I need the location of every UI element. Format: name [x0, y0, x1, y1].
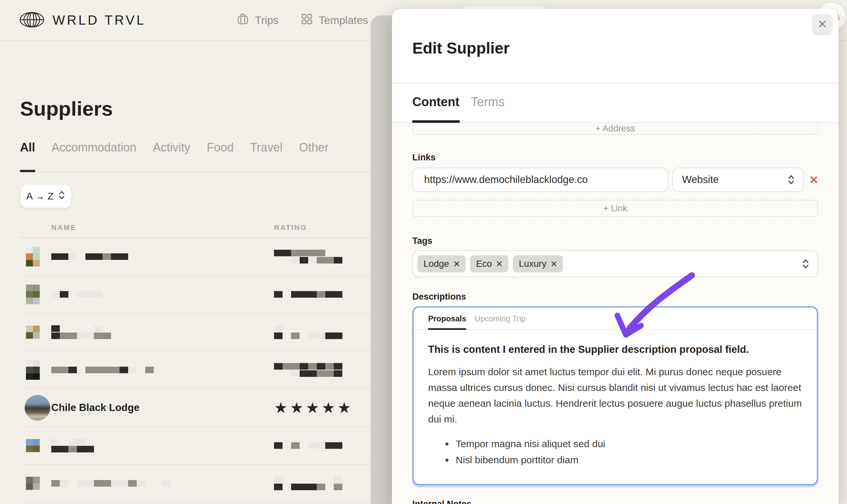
table-row[interactable]: [20, 351, 392, 389]
block: [317, 363, 325, 370]
description-tabs: ProposalsUpcoming Trip: [414, 307, 817, 330]
remove-tag-button[interactable]: [454, 261, 459, 267]
block: [128, 480, 137, 487]
bullet-item: Tempor magna nisi aliquet sed dui: [454, 436, 802, 452]
add-address-button[interactable]: + Address: [412, 123, 818, 135]
block: [120, 480, 128, 487]
description-tab-proposals[interactable]: Proposals: [428, 314, 466, 329]
link-row: Website: [412, 167, 818, 192]
brand[interactable]: WRLD TRVL: [19, 0, 146, 40]
block: [334, 257, 342, 264]
avatar-pixel: [33, 446, 40, 452]
sort-dropdown[interactable]: A → Z: [20, 184, 72, 208]
block: [154, 480, 162, 487]
redacted-rating: [274, 442, 342, 449]
column-header-rating: RATING: [274, 223, 307, 232]
table-row[interactable]: [20, 313, 392, 351]
modal-tab-content[interactable]: Content: [412, 95, 459, 122]
block: [291, 363, 300, 370]
block: [334, 476, 342, 483]
block: [77, 325, 86, 332]
redacted-name: [51, 438, 94, 453]
redacted-blocks: [51, 325, 111, 332]
filter-tab-all[interactable]: All: [20, 141, 35, 155]
block: [60, 446, 68, 452]
block: [94, 480, 103, 487]
block: [283, 363, 291, 370]
description-tab-upcoming-trip[interactable]: Upcoming Trip: [475, 314, 526, 329]
close-icon: [817, 19, 827, 30]
block: [300, 476, 308, 483]
filter-tab-accommodation[interactable]: Accommodation: [52, 141, 136, 155]
block: [274, 325, 283, 332]
avatar-pixel: [26, 298, 33, 304]
filter-tab-travel[interactable]: Travel: [250, 141, 283, 155]
block: [77, 332, 86, 339]
main-nav: TripsTemplates: [236, 0, 368, 40]
block: [300, 484, 308, 490]
nav-item-label: Trips: [255, 14, 278, 26]
table-row[interactable]: [20, 276, 392, 313]
table-row[interactable]: [20, 427, 392, 465]
table-row[interactable]: [20, 465, 392, 502]
block: [111, 253, 120, 260]
block: [103, 367, 111, 373]
descriptions-label: Descriptions: [412, 292, 818, 302]
chevron-updown-icon: [58, 190, 66, 203]
nav-item-templates[interactable]: Templates: [300, 13, 368, 28]
block: [274, 442, 283, 449]
block: [334, 363, 342, 370]
tag-chip: Luxury: [513, 255, 563, 272]
redacted-blocks: [51, 367, 154, 373]
block: [68, 367, 77, 373]
internal-notes-label: Internal Notes: [412, 499, 818, 504]
redacted-blocks: [274, 484, 342, 490]
supplier-name: Chile Black Lodge: [51, 402, 140, 414]
table-row[interactable]: Chile Black Lodge★★★★★: [20, 389, 392, 427]
brand-name: WRLD TRVL: [53, 13, 146, 28]
block: [325, 442, 334, 449]
modal-tabs: ContentTerms: [392, 84, 839, 123]
redacted-blocks: [274, 442, 342, 449]
filter-tab-activity[interactable]: Activity: [153, 141, 190, 155]
description-editor[interactable]: ProposalsUpcoming Trip This is content I…: [412, 306, 818, 485]
block: [86, 332, 94, 339]
remove-link-button[interactable]: [810, 176, 818, 184]
link-type-select[interactable]: Website: [672, 167, 804, 192]
link-url-input[interactable]: [412, 167, 668, 192]
table-row[interactable]: [20, 502, 392, 504]
remove-tag-button[interactable]: [551, 261, 557, 267]
remove-tag-button[interactable]: [497, 261, 502, 267]
add-link-button[interactable]: + Link: [412, 200, 818, 217]
close-button[interactable]: [812, 14, 833, 35]
avatar-pixel: [26, 439, 33, 446]
block: [283, 442, 291, 449]
table-row[interactable]: [20, 238, 392, 276]
block: [68, 291, 77, 298]
redacted-blocks: [274, 476, 342, 483]
filter-tab-food[interactable]: Food: [207, 141, 234, 155]
grid-icon: [300, 13, 313, 28]
avatar: [26, 439, 40, 452]
block: [274, 332, 283, 339]
nav-item-trips[interactable]: Trips: [236, 12, 278, 29]
modal-title: Edit Supplier: [412, 39, 509, 57]
chevron-updown-icon: [787, 174, 795, 185]
redacted-name: [51, 325, 111, 340]
block: [94, 325, 103, 332]
tags-select[interactable]: LodgeEcoLuxury: [412, 250, 818, 277]
modal-tab-terms[interactable]: Terms: [471, 95, 505, 122]
avatar: [26, 360, 40, 380]
block: [111, 480, 120, 487]
block: [317, 442, 325, 449]
block: [308, 363, 317, 370]
block: [300, 291, 308, 298]
redacted-blocks: [51, 438, 94, 445]
block: [51, 367, 60, 373]
modal-body: + Address Links Website + Link Tags Lodg…: [392, 123, 839, 504]
filter-tab-other[interactable]: Other: [299, 141, 328, 155]
block: [283, 291, 291, 298]
block: [291, 442, 300, 449]
avatar-pixel: [33, 360, 40, 367]
avatar-pixel: [33, 247, 40, 253]
